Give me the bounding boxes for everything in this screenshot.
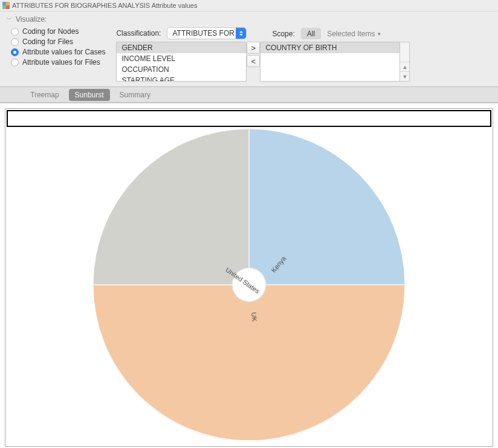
radio-coding-nodes[interactable]: Coding for Nodes — [11, 27, 105, 36]
chevron-down-icon: ﹀ — [6, 15, 12, 24]
sunburst-chart[interactable]: KenyaKenyaUKUKUnited StatesUnited States — [7, 127, 491, 440]
list-item[interactable]: COUNTRY OF BIRTH — [260, 42, 399, 53]
view-tabs: Treemap Sunburst Summary — [0, 87, 498, 103]
svg-rect-3 — [6, 5, 10, 9]
slice-label: UK — [250, 312, 258, 322]
radio-label: Attribute values for Files — [22, 58, 100, 67]
controls-panel: ﹀ Visualize: Coding for Nodes Coding for… — [0, 11, 498, 87]
available-attributes-list[interactable]: GENDERINCOME LEVELOCCUPATIONSTARTING AGE — [116, 42, 247, 82]
sunburst-slice[interactable] — [249, 129, 405, 285]
updown-arrows-icon — [236, 28, 246, 39]
scope-selected-items-dropdown[interactable]: Selected Items — [327, 30, 380, 38]
classification-label: Classification: — [116, 29, 161, 37]
list-item[interactable]: INCOME LEVEL — [117, 53, 246, 64]
radio-icon — [11, 28, 19, 36]
radio-icon — [11, 59, 19, 67]
chart-header-frame — [7, 110, 491, 127]
tab-summary[interactable]: Summary — [114, 89, 157, 101]
transfer-buttons: > < — [247, 42, 260, 82]
stepper-up-button[interactable]: ▲ — [400, 62, 409, 71]
stepper-down-button[interactable]: ▼ — [400, 71, 409, 81]
tab-treemap[interactable]: Treemap — [24, 89, 65, 101]
sunburst-slice[interactable] — [93, 285, 405, 440]
scope-label: Scope: — [272, 30, 294, 38]
radio-label: Coding for Nodes — [22, 27, 79, 36]
list-item[interactable]: GENDER — [117, 42, 246, 53]
radio-icon — [11, 38, 19, 46]
svg-rect-0 — [2, 2, 6, 5]
selected-attributes-list[interactable]: COUNTRY OF BIRTH — [260, 42, 400, 82]
radio-attr-files[interactable]: Attribute values for Files — [11, 58, 105, 67]
selected-list-stepper: ▲ ▼ — [400, 42, 410, 82]
sunburst-slice[interactable] — [93, 129, 249, 285]
radio-label: Coding for Files — [22, 37, 73, 46]
chart-panel: KenyaKenyaUKUKUnited StatesUnited States — [0, 103, 498, 448]
svg-rect-2 — [2, 5, 6, 9]
chart-app-icon — [2, 2, 10, 9]
window-title: ATTRIBUTES FOR BIOGRAPHIES ANALYSIS Attr… — [12, 2, 197, 9]
radio-icon — [11, 48, 19, 56]
visualize-label: Visualize: — [16, 15, 47, 24]
list-item[interactable]: OCCUPATION — [117, 64, 246, 75]
remove-attribute-button[interactable]: < — [247, 55, 260, 67]
radio-label: Attribute values for Cases — [22, 48, 105, 56]
scope-row: Scope: All Selected Items — [272, 27, 422, 39]
visualize-disclosure[interactable]: ﹀ Visualize: — [6, 15, 492, 24]
list-item[interactable]: STARTING AGE — [117, 75, 246, 82]
add-attribute-button[interactable]: > — [247, 42, 260, 54]
radio-coding-files[interactable]: Coding for Files — [11, 37, 105, 46]
window-titlebar: ATTRIBUTES FOR BIOGRAPHIES ANALYSIS Attr… — [0, 0, 498, 11]
radio-attr-cases[interactable]: Attribute values for Cases — [11, 48, 105, 56]
chart-outer-frame: KenyaKenyaUKUKUnited StatesUnited States — [5, 108, 493, 447]
svg-rect-1 — [6, 2, 10, 5]
visualize-radio-group: Coding for Nodes Coding for Files Attrib… — [6, 27, 105, 67]
sunburst-svg: KenyaKenyaUKUKUnited StatesUnited States — [10, 127, 488, 440]
tab-sunburst[interactable]: Sunburst — [69, 89, 110, 101]
classification-column: Classification: ATTRIBUTES FOR B... Scop… — [116, 27, 422, 82]
scope-all-button[interactable]: All — [301, 28, 321, 39]
classification-select[interactable]: ATTRIBUTES FOR B... — [167, 27, 247, 39]
